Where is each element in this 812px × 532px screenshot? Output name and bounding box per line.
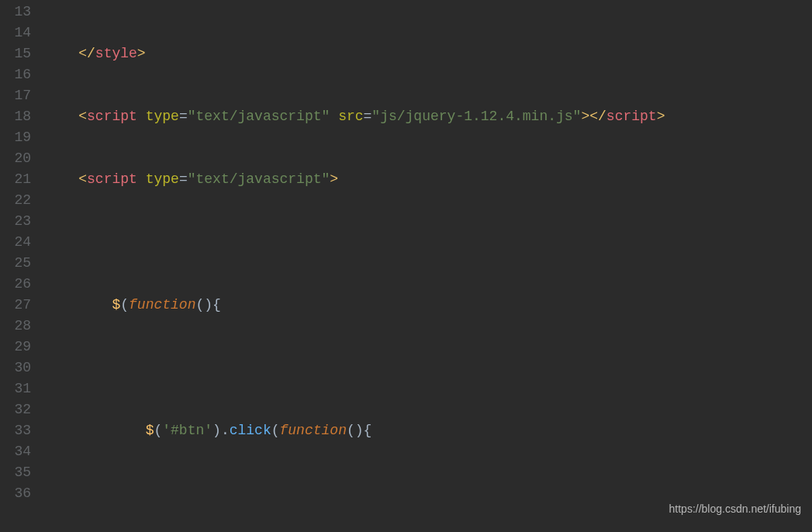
watermark-text: https://blog.csdn.net/ifubing [669, 499, 801, 520]
line-number: 25 [0, 253, 31, 274]
line-number: 13 [0, 2, 31, 22]
line-number: 19 [0, 127, 31, 148]
line-number: 30 [0, 358, 31, 378]
line-number: 27 [0, 295, 31, 316]
line-number: 33 [0, 420, 31, 441]
code-line[interactable] [45, 358, 812, 378]
line-number: 26 [0, 274, 31, 295]
line-number: 23 [0, 211, 31, 232]
line-number-gutter: 13 14 15 16 17 18 19 20 21 22 23 24 25 2… [0, 2, 39, 532]
line-number: 31 [0, 378, 31, 399]
line-number: 14 [0, 22, 31, 43]
line-number: 17 [0, 85, 31, 106]
code-editor[interactable]: 13 14 15 16 17 18 19 20 21 22 23 24 25 2… [0, 0, 812, 532]
code-line[interactable]: </style> [45, 43, 812, 64]
line-number: 15 [0, 43, 31, 64]
code-line[interactable]: $('#btn').click(function(){ [45, 420, 812, 441]
line-number: 36 [0, 483, 31, 504]
line-number: 35 [0, 462, 31, 483]
line-number: 24 [0, 232, 31, 253]
code-line[interactable]: <script type="text/javascript"> [45, 169, 812, 190]
line-number: 34 [0, 441, 31, 462]
line-number: 22 [0, 190, 31, 211]
code-line[interactable]: <script type="text/javascript" src="js/j… [45, 106, 812, 127]
line-number: 32 [0, 399, 31, 420]
line-number: 28 [0, 316, 31, 337]
code-area[interactable]: </style> <script type="text/javascript" … [39, 2, 812, 532]
line-number: 21 [0, 169, 31, 190]
line-number: 18 [0, 106, 31, 127]
line-number: 16 [0, 64, 31, 85]
line-number: 29 [0, 337, 31, 358]
line-number: 20 [0, 148, 31, 169]
code-line[interactable] [45, 232, 812, 253]
code-line[interactable]: $(function(){ [45, 295, 812, 316]
